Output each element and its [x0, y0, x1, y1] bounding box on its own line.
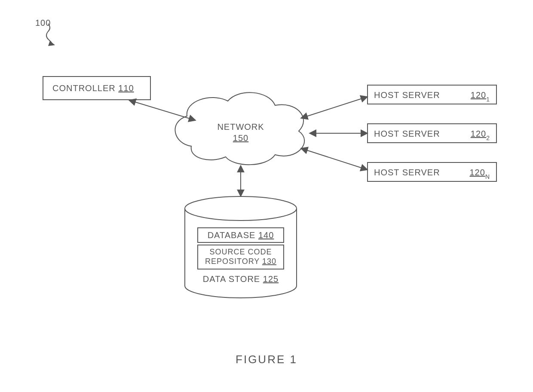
svg-point-14: [185, 196, 297, 220]
controller-box: CONTROLLER 110: [43, 77, 150, 100]
svg-text:150: 150: [233, 133, 248, 143]
svg-text:1201: 1201: [471, 90, 490, 103]
svg-text:DATABASE 140: DATABASE 140: [208, 230, 274, 240]
svg-text:NETWORK: NETWORK: [217, 122, 264, 132]
svg-text:HOST SERVER: HOST SERVER: [374, 129, 440, 138]
svg-line-24: [301, 148, 368, 170]
svg-text:100: 100: [35, 18, 51, 28]
host-server-n: HOST SERVER 120N: [368, 162, 496, 181]
svg-text:CONTROLLER 110: CONTROLLER 110: [52, 83, 134, 93]
svg-line-22: [301, 97, 368, 118]
svg-text:DATA STORE 125: DATA STORE 125: [203, 274, 279, 284]
network-cloud: NETWORK 150: [175, 92, 304, 165]
connectors: [129, 97, 368, 196]
svg-line-21: [129, 100, 196, 120]
figure-caption: FIGURE 1: [236, 353, 297, 366]
svg-text:120N: 120N: [470, 168, 490, 180]
host-server-2: HOST SERVER 1202: [368, 124, 496, 143]
svg-text:HOST SERVER: HOST SERVER: [374, 168, 440, 177]
svg-text:REPOSITORY 130: REPOSITORY 130: [205, 257, 276, 266]
host-server-1: HOST SERVER 1201: [368, 85, 496, 104]
svg-text:SOURCE CODE: SOURCE CODE: [209, 248, 272, 256]
svg-text:1202: 1202: [471, 129, 490, 141]
datastore-cylinder: DATABASE 140 SOURCE CODE REPOSITORY 130 …: [185, 196, 297, 298]
svg-text:HOST SERVER: HOST SERVER: [374, 90, 440, 100]
figure-ref: 100: [35, 18, 55, 46]
